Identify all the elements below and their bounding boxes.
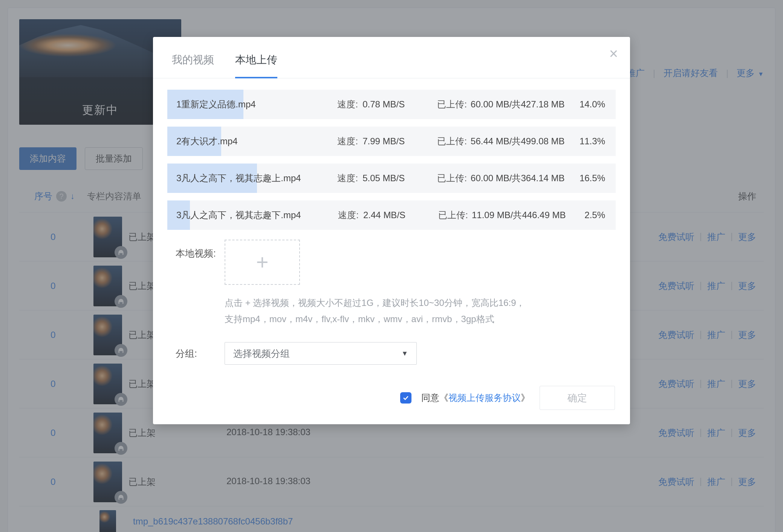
group-placeholder: 选择视频分组 xyxy=(233,347,290,360)
upload-hint: 点击 + 选择视频，视频大小不超过1G，建议时长10~30分钟，宽高比16:9，… xyxy=(225,295,607,327)
agree-text: 同意《视频上传服务协议》 xyxy=(421,392,530,404)
modal-footer: 同意《视频上传服务协议》 确定 xyxy=(153,375,630,412)
upload-speed-value: 2.44 MB/S xyxy=(359,210,423,220)
upload-percent: 16.5% xyxy=(580,173,616,183)
upload-modal: × 我的视频 本地上传 1重新定义品德.mp4 速度: 0.78 MB/S 已上… xyxy=(153,37,630,424)
upload-filename: 3凡人之高下，视其志趣下.mp4 xyxy=(167,209,326,221)
upload-speed-value: 5.05 MB/S xyxy=(358,173,422,183)
hint-line-1: 点击 + 选择视频，视频大小不超过1G，建议时长10~30分钟，宽高比16:9， xyxy=(225,295,607,311)
upload-filename: 1重新定义品德.mp4 xyxy=(167,98,325,110)
upload-percent: 11.3% xyxy=(580,136,616,147)
upload-row: 3凡人之高下，视其志趣下.mp4 速度: 2.44 MB/S 已上传: 11.0… xyxy=(167,200,616,230)
check-icon xyxy=(402,394,410,402)
group-label: 分组: xyxy=(176,347,225,360)
upload-uploaded-label: 已上传: xyxy=(422,98,467,110)
upload-speed-value: 7.99 MB/S xyxy=(358,136,422,147)
upload-percent: 14.0% xyxy=(580,99,616,110)
agree-prefix: 同意《 xyxy=(421,393,448,403)
upload-speed-label: 速度: xyxy=(326,209,359,221)
upload-speed-label: 速度: xyxy=(325,98,358,110)
upload-speed-label: 速度: xyxy=(325,135,358,147)
agree-suffix: 》 xyxy=(521,393,530,403)
upload-list: 1重新定义品德.mp4 速度: 0.78 MB/S 已上传: 60.00 MB/… xyxy=(153,78,630,230)
upload-uploaded-label: 已上传: xyxy=(423,209,468,221)
group-select[interactable]: 选择视频分组 ▼ xyxy=(225,342,417,365)
upload-speed-label: 速度: xyxy=(325,172,358,184)
upload-uploaded-label: 已上传: xyxy=(422,172,467,184)
upload-uploaded-value: 11.09 MB/共446.49 MB xyxy=(468,209,581,221)
agree-checkbox[interactable] xyxy=(400,392,411,404)
local-video-row: 本地视频: + xyxy=(176,240,607,285)
modal-tabs: 我的视频 本地上传 xyxy=(153,37,630,78)
chevron-down-icon: ▼ xyxy=(401,350,408,358)
modal-overlay[interactable]: × 我的视频 本地上传 1重新定义品德.mp4 速度: 0.78 MB/S 已上… xyxy=(0,0,783,532)
upload-filename: 2有大识才.mp4 xyxy=(167,135,325,147)
upload-form: 本地视频: + 点击 + 选择视频，视频大小不超过1G，建议时长10~30分钟，… xyxy=(153,230,630,365)
hint-line-2: 支持mp4，mov，m4v，flv,x-flv，mkv，wmv，avi，rmvb… xyxy=(225,311,607,327)
close-icon[interactable]: × xyxy=(609,46,618,61)
upload-row: 3凡人之高下，视其志趣上.mp4 速度: 5.05 MB/S 已上传: 60.0… xyxy=(167,164,616,193)
upload-filename: 3凡人之高下，视其志趣上.mp4 xyxy=(167,172,325,184)
tab-my-videos[interactable]: 我的视频 xyxy=(172,53,214,78)
upload-uploaded-value: 60.00 MB/共427.18 MB xyxy=(467,98,580,110)
upload-row: 1重新定义品德.mp4 速度: 0.78 MB/S 已上传: 60.00 MB/… xyxy=(167,90,616,119)
confirm-button[interactable]: 确定 xyxy=(540,386,615,410)
add-video-dropzone[interactable]: + xyxy=(225,240,300,285)
upload-row: 2有大识才.mp4 速度: 7.99 MB/S 已上传: 56.44 MB/共4… xyxy=(167,127,616,156)
plus-icon: + xyxy=(256,252,269,273)
upload-uploaded-value: 60.00 MB/共364.14 MB xyxy=(467,172,580,184)
agreement-link[interactable]: 视频上传服务协议 xyxy=(448,393,521,403)
upload-percent: 2.5% xyxy=(581,210,616,220)
tab-local-upload[interactable]: 本地上传 xyxy=(235,53,277,78)
upload-speed-value: 0.78 MB/S xyxy=(358,99,422,110)
group-row: 分组: 选择视频分组 ▼ xyxy=(176,342,607,365)
local-video-label: 本地视频: xyxy=(176,240,225,260)
upload-uploaded-label: 已上传: xyxy=(422,135,467,147)
upload-uploaded-value: 56.44 MB/共499.08 MB xyxy=(467,135,580,147)
